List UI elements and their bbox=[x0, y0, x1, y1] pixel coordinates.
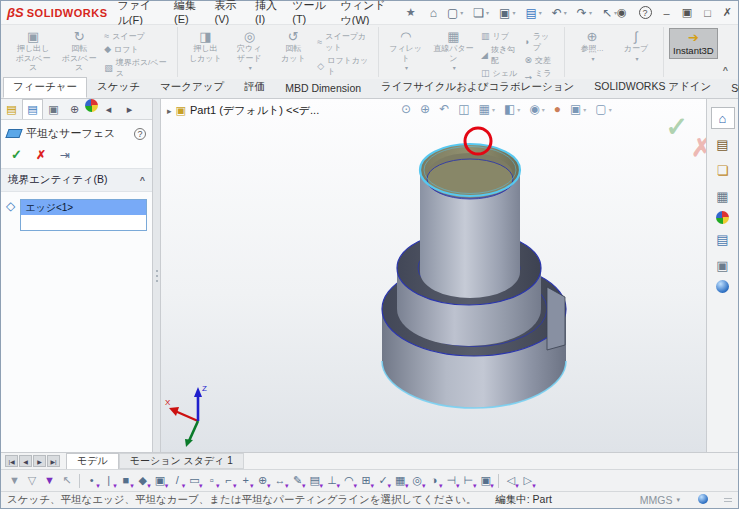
menu-item[interactable]: 表示(V) bbox=[214, 0, 240, 28]
file-explorer-tab[interactable]: ❏ bbox=[711, 159, 735, 181]
expand-tree-icon[interactable]: ▸ bbox=[167, 106, 172, 116]
reference-geometry-button[interactable]: ⊕参照... bbox=[570, 28, 614, 64]
home-icon[interactable]: ⌂ bbox=[430, 7, 437, 19]
linear-pattern-button[interactable]: ▦直線パターン bbox=[428, 28, 479, 73]
filter-datums-icon[interactable]: ⊥ bbox=[327, 475, 337, 486]
cam-technology-database-tab[interactable]: ▣ bbox=[711, 254, 735, 276]
user-account-icon[interactable]: ◉ bbox=[617, 6, 627, 19]
loft-button[interactable]: ◆ロフト bbox=[102, 44, 172, 55]
model-top-cylinder[interactable] bbox=[420, 144, 520, 298]
view-orientation-icon[interactable]: ▦ bbox=[479, 103, 495, 115]
filter-dimensions-icon[interactable]: ↔ bbox=[275, 475, 286, 486]
filter-planes-icon[interactable]: ▭ bbox=[189, 475, 199, 486]
filter-surface-finish-icon[interactable]: ✓ bbox=[378, 475, 388, 486]
sweep-button[interactable]: ≈スイープ bbox=[102, 31, 172, 42]
filter-edges-icon[interactable]: | bbox=[104, 475, 114, 486]
menu-item[interactable]: 編集(E) bbox=[174, 0, 200, 28]
tab-markup[interactable]: マークアップ bbox=[150, 77, 234, 98]
maximize-icon[interactable]: □ bbox=[704, 7, 711, 19]
pin-menu-icon[interactable]: ★ bbox=[406, 6, 416, 19]
toggle-selection-filters-icon[interactable]: ▼ bbox=[44, 475, 55, 486]
keep-visible-pin-icon[interactable]: ⇥ bbox=[60, 148, 70, 162]
hole-wizard-button[interactable]: ◎穴ウィ ザード bbox=[227, 28, 271, 73]
design-library-tab[interactable]: ▤ bbox=[711, 133, 735, 155]
select-all-filters-icon[interactable]: ▽ bbox=[27, 475, 37, 486]
swept-cut-button[interactable]: ≈スイープカット bbox=[315, 31, 372, 53]
zoom-to-area-icon[interactable]: ⊕ bbox=[420, 103, 430, 115]
help-icon[interactable]: ? bbox=[134, 128, 146, 140]
wrap-button[interactable]: ◗ラップ bbox=[522, 31, 559, 53]
previous-view-icon[interactable]: ↶ bbox=[439, 103, 449, 115]
scroll-tabs-left-icon[interactable]: ◂ bbox=[98, 99, 119, 119]
select-cursor-icon[interactable]: ↖ bbox=[62, 475, 72, 486]
tab-features[interactable]: フィーチャー bbox=[3, 77, 87, 98]
extruded-cut-button[interactable]: ◨押し出 しカット bbox=[183, 28, 227, 73]
print-icon[interactable]: ▤ bbox=[525, 7, 541, 19]
filter-frame-icon[interactable]: ▣ bbox=[480, 475, 490, 486]
filter-notes-icon[interactable]: ▤ bbox=[310, 475, 320, 486]
new-document-icon[interactable]: ▢ bbox=[447, 7, 463, 19]
filter-surface-bodies-icon[interactable]: ◆ bbox=[138, 475, 148, 486]
configuration-manager-tab[interactable]: ▣ bbox=[43, 99, 64, 119]
motion-study-tab[interactable]: モーション スタディ 1 bbox=[119, 453, 244, 469]
filter-faces-icon[interactable]: ■ bbox=[121, 475, 131, 486]
tab-sketch[interactable]: スケッチ bbox=[87, 77, 150, 98]
tab-lifecycle-collaboration[interactable]: ライフサイクルおよびコラボレーション bbox=[371, 77, 584, 98]
collapse-section-icon[interactable]: ^ bbox=[140, 175, 145, 185]
unit-system-caret-icon[interactable]: ▾ bbox=[676, 496, 680, 504]
fillet-button[interactable]: ◠フィレット bbox=[384, 28, 428, 73]
filter-sketch-segments-icon[interactable]: ⌐ bbox=[224, 475, 234, 486]
save-icon[interactable]: ▣ bbox=[499, 7, 515, 19]
filter-cosmetic-threads-icon[interactable]: ◎ bbox=[412, 475, 422, 486]
edit-appearance-icon[interactable]: ● bbox=[554, 103, 561, 115]
filter-mate-references-icon[interactable]: ◁ bbox=[506, 475, 516, 486]
select-cursor-icon[interactable]: ↖ bbox=[602, 7, 617, 19]
boundary-entities-section-header[interactable]: 境界エンティティ(B) ^ bbox=[1, 169, 152, 192]
ok-button[interactable]: ✓ bbox=[11, 147, 22, 162]
tab-evaluate[interactable]: 評価 bbox=[234, 77, 275, 98]
tab-scroll-button[interactable]: ◀ bbox=[19, 455, 32, 467]
undo-icon[interactable]: ↶ bbox=[552, 7, 567, 19]
help-icon[interactable]: ? bbox=[639, 6, 652, 19]
property-manager-tab[interactable]: ▤ bbox=[22, 99, 43, 119]
menu-item[interactable]: 挿入(I) bbox=[255, 0, 278, 28]
apply-scene-icon[interactable]: ▣ bbox=[570, 103, 586, 115]
tab-scroll-button[interactable]: ▶ bbox=[33, 455, 46, 467]
display-manager-tab[interactable] bbox=[85, 99, 98, 112]
solidworks-resources-tab[interactable]: ⌂ bbox=[711, 107, 735, 129]
filter-midpoints-icon[interactable]: + bbox=[241, 475, 251, 486]
filter-routing-points-icon[interactable]: ⊢ bbox=[463, 475, 473, 486]
filter-weld-beads-icon[interactable]: ▷ bbox=[523, 475, 533, 486]
restore-icon[interactable]: ▣ bbox=[682, 6, 692, 19]
cancel-button[interactable]: ✗ bbox=[36, 148, 46, 162]
tag-icon[interactable] bbox=[698, 494, 708, 506]
open-document-icon[interactable]: ❏ bbox=[473, 7, 489, 19]
custom-properties-tab[interactable]: ▤ bbox=[711, 228, 735, 250]
section-view-icon[interactable]: ◫ bbox=[458, 103, 469, 115]
model-tab[interactable]: モデル bbox=[66, 453, 119, 469]
graphics-viewport[interactable]: ▸ ▣ Part1 (デフォルト) <<デ... ⊙⊕↶◫▦◧◉●▣▢ ✓ ✗ bbox=[161, 99, 706, 452]
feature-tree-flyout[interactable]: ▸ ▣ Part1 (デフォルト) <<デ... bbox=[167, 103, 319, 118]
confirm-ok-watermark-icon[interactable]: ✓ bbox=[665, 111, 688, 143]
filter-weld-symbols-icon[interactable]: ◠ bbox=[344, 475, 354, 486]
lofted-cut-button[interactable]: ◇ロフトカット bbox=[315, 55, 372, 77]
instant3d-button[interactable]: ➔Instant3D bbox=[669, 28, 718, 59]
feature-manager-tree-tab[interactable]: ▤ bbox=[1, 99, 22, 119]
confirm-cancel-watermark-icon[interactable]: ✗ bbox=[691, 133, 706, 162]
filter-vertices-icon[interactable]: • bbox=[87, 475, 97, 486]
clear-all-filters-icon[interactable]: ▼ bbox=[9, 475, 20, 486]
selection-list-item[interactable]: エッジ<1> bbox=[21, 200, 146, 215]
selection-list-empty-row[interactable] bbox=[21, 215, 146, 230]
scroll-tabs-right-icon[interactable]: ▸ bbox=[119, 99, 140, 119]
filter-center-marks-icon[interactable]: ⊕ bbox=[258, 475, 268, 486]
solidworks-forum-tab[interactable] bbox=[716, 280, 729, 293]
tab-scroll-button[interactable]: |◀ bbox=[5, 455, 18, 467]
filter-section-lines-icon[interactable]: ◑ bbox=[429, 475, 439, 486]
dimxpert-manager-tab[interactable]: ⊕ bbox=[64, 99, 85, 119]
rib-button[interactable]: ▥リブ bbox=[479, 31, 522, 42]
zoom-to-fit-icon[interactable]: ⊙ bbox=[401, 103, 411, 115]
tab-mbd-dimension[interactable]: MBD Dimension bbox=[275, 79, 371, 98]
menu-item[interactable]: ファイル(F) bbox=[118, 0, 161, 28]
tab-solidworks-addins[interactable]: SOLIDWORKS アドイン bbox=[584, 77, 721, 98]
separator[interactable] bbox=[79, 474, 80, 488]
